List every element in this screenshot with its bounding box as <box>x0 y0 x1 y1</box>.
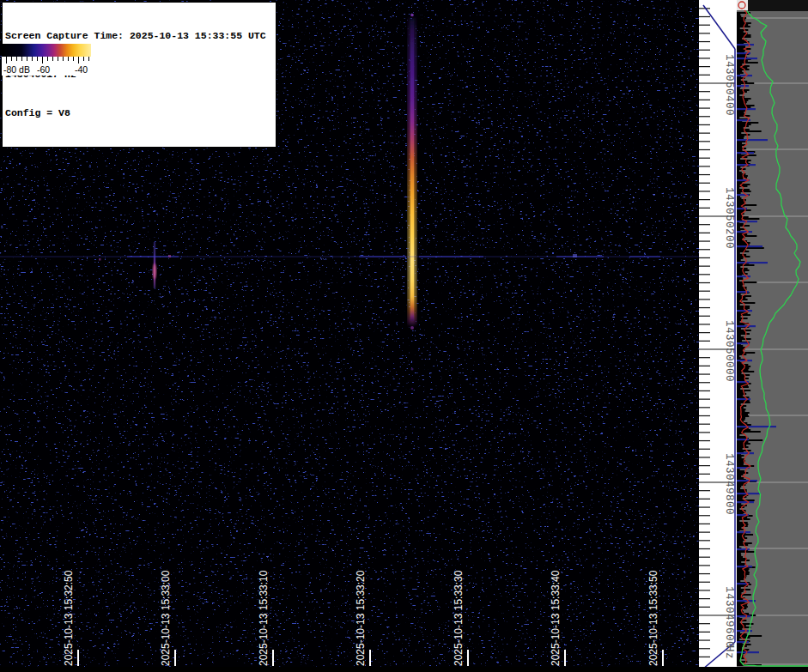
panel-noise-bar <box>737 282 756 283</box>
legend-tick <box>58 57 58 61</box>
panel-noise-bar <box>737 187 739 189</box>
panel-noise-bar <box>737 639 739 640</box>
panel-noise-bar <box>737 572 750 573</box>
panel-noise-bar <box>737 645 747 647</box>
panel-noise-bar <box>737 400 750 402</box>
panel-noise-bar <box>737 101 747 103</box>
panel-noise-bar <box>737 537 747 539</box>
panel-noise-bar <box>737 158 740 160</box>
panel-noise-bar <box>737 204 756 206</box>
time-tick <box>77 650 79 666</box>
panel-noise-bar <box>737 367 749 369</box>
panel-noise-bar <box>737 79 741 81</box>
carrier-blob <box>99 258 101 261</box>
panel-noise-bar <box>737 27 740 29</box>
panel-noise-bar <box>737 136 744 137</box>
panel-noise-bar <box>737 55 745 57</box>
panel-signal-spike <box>737 480 757 481</box>
panel-noise-bar <box>737 70 742 72</box>
panel-noise-bar <box>737 338 751 340</box>
panel-noise-bar <box>737 110 745 112</box>
time-tick <box>467 650 469 666</box>
freq-axis-line <box>703 5 735 49</box>
panel-noise-bar <box>737 378 749 379</box>
panel-noise-bar <box>737 257 743 259</box>
panel-noise-bar <box>737 172 742 173</box>
panel-noise-bar <box>737 366 750 367</box>
panel-noise-bar <box>737 328 741 330</box>
panel-noise-bar <box>737 285 743 287</box>
panel-noise-bar <box>737 486 741 487</box>
capture-config-text: Config = V8 <box>5 106 273 119</box>
panel-noise-bar <box>737 29 748 31</box>
panel-noise-bar <box>737 446 749 448</box>
panel-noise-bar <box>737 62 758 64</box>
panel-noise-bar <box>737 182 743 184</box>
panel-signal-spike <box>737 548 750 550</box>
panel-noise-bar <box>737 117 739 118</box>
carrier-line-bright <box>556 256 604 257</box>
panel-noise-bar <box>737 594 751 596</box>
panel-noise-bar <box>737 331 745 333</box>
panel-signal-spike <box>737 566 752 567</box>
color-scale-legend: -80 dB-60-40 <box>2 44 91 76</box>
panel-noise-bar <box>737 544 748 546</box>
panel-noise-bar <box>737 91 747 93</box>
color-scale-ticks <box>2 57 91 64</box>
panel-signal-spike <box>737 44 754 45</box>
frequency-axis: 1430504001430502001430500001430498001430… <box>699 0 737 672</box>
panel-noise-bar <box>737 192 741 194</box>
panel-noise-bar <box>737 191 751 192</box>
time-tick-label: 2025-10-13 15:33:40 <box>550 571 562 666</box>
legend-tick <box>16 57 17 61</box>
panel-signal-spike <box>737 615 750 617</box>
panel-noise-bar <box>737 379 745 381</box>
legend-tick <box>32 57 33 61</box>
panel-noise-bar <box>737 561 741 563</box>
panel-noise-bar <box>737 64 742 65</box>
panel-noise-bar <box>737 524 748 525</box>
legend-tick <box>27 57 27 61</box>
legend-db-label: -60 <box>37 64 50 75</box>
time-tick <box>662 650 664 666</box>
panel-noise-bar <box>737 24 748 26</box>
panel-noise-bar <box>737 168 745 170</box>
spectrum-lab-screen-capture: 1430504001430502001430500001430498001430… <box>0 0 808 672</box>
legend-tick <box>63 57 64 61</box>
panel-signal-spike <box>737 58 757 59</box>
panel-signal-spike <box>737 531 750 533</box>
panel-noise-bar <box>737 297 745 299</box>
freq-tick-label: 143049600 <box>723 586 734 648</box>
panel-noise-bar <box>737 647 742 649</box>
panel-noise-bar <box>737 127 744 129</box>
time-tick <box>564 650 566 666</box>
panel-noise-bar <box>737 122 758 124</box>
panel-noise-bar <box>737 457 742 458</box>
panel-noise-bar <box>737 354 746 355</box>
legend-tick <box>21 57 22 61</box>
panel-noise-bar <box>737 314 750 316</box>
carrier-line-bright <box>629 256 660 257</box>
panel-noise-bar <box>737 475 741 477</box>
panel-signal-spike <box>737 426 776 427</box>
panel-noise-bar <box>737 254 746 256</box>
capture-time-text: Screen Capture Time: 2025-10-13 15:33:55… <box>5 29 273 42</box>
panel-signal-spike <box>737 152 754 154</box>
panel-noise-bar <box>737 590 744 592</box>
time-tick-label: 2025-10-13 15:33:50 <box>648 571 659 666</box>
panel-noise-bar <box>737 424 751 426</box>
time-tick-label: 2025-10-13 15:33:10 <box>258 571 270 666</box>
carrier-line-bright <box>419 256 483 257</box>
panel-noise-bar <box>737 196 740 197</box>
panel-noise-bar <box>737 632 740 633</box>
panel-noise-bar <box>737 316 741 318</box>
panel-noise-bar <box>737 227 740 228</box>
legend-tick <box>42 57 43 64</box>
spectrum-graph-panel <box>737 0 808 672</box>
panel-noise-bar <box>737 199 746 201</box>
panel-noise-bar <box>737 539 744 541</box>
legend-tick <box>52 57 53 61</box>
panel-noise-bar <box>737 132 741 134</box>
panel-noise-bar <box>737 541 743 542</box>
panel-noise-bar <box>737 563 746 565</box>
